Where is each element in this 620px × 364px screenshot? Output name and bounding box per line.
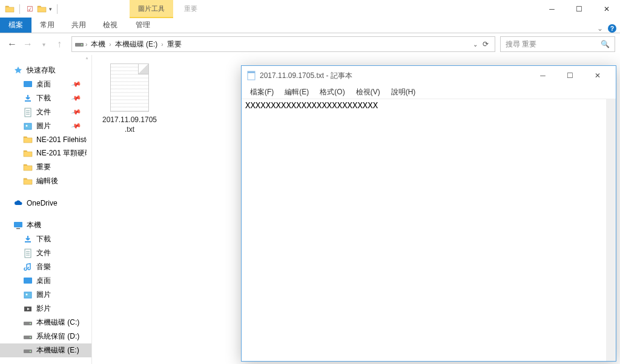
notepad-titlebar[interactable]: 2017.11.09.1705.txt - 記事本 ─ ☐ ✕	[242, 66, 616, 85]
ribbon-expand-icon[interactable]: ⌄	[597, 24, 603, 33]
maximize-button[interactable]: ☐	[566, 0, 593, 18]
notepad-menu-edit[interactable]: 編輯(E)	[280, 86, 314, 99]
sidebar-item-music[interactable]: 音樂	[0, 260, 91, 274]
video-icon	[23, 304, 33, 314]
file-name-line1: 2017.11.09.1705	[102, 115, 157, 124]
breadcrumb-dropdown-icon[interactable]: ⌄	[473, 41, 478, 48]
tab-share[interactable]: 共用	[63, 18, 94, 33]
sidebar-item-documents[interactable]: 文件	[0, 246, 91, 260]
properties-icon[interactable]: ☑	[25, 4, 35, 14]
notepad-icon	[246, 71, 256, 80]
music-icon	[23, 262, 33, 272]
ribbon-tabs: 檔案 常用 共用 檢視 管理 ⌄ ?	[0, 18, 620, 33]
close-button[interactable]: ✕	[593, 0, 620, 18]
sidebar-item-pictures[interactable]: 圖片📌	[0, 119, 91, 133]
notepad-window[interactable]: 2017.11.09.1705.txt - 記事本 ─ ☐ ✕ 檔案(F) 編輯…	[241, 65, 616, 362]
search-icon: 🔍	[601, 40, 610, 48]
sidebar-item-folder[interactable]: 編輯後	[0, 174, 91, 188]
breadcrumb[interactable]: › 本機 › 本機磁碟 (E:) › 重要 ⌄ ⟳	[71, 36, 495, 52]
sidebar-item-folder[interactable]: NE-201 單顆硬碟	[0, 146, 91, 160]
drive-icon	[23, 332, 33, 342]
contextual-tab-header-2: 重要	[176, 0, 206, 18]
folder-icon[interactable]	[37, 4, 47, 14]
tab-manage[interactable]: 管理	[127, 18, 159, 33]
refresh-icon[interactable]: ⟳	[483, 40, 489, 48]
help-icon[interactable]: ?	[608, 24, 616, 33]
download-icon	[23, 94, 33, 103]
search-input[interactable]: 搜尋 重要 🔍	[500, 36, 615, 52]
navigation-sidebar[interactable]: ˄ 快速存取 桌面📌 下載📌 文件📌 圖片📌 NE-201 Filehistor…	[0, 55, 92, 364]
notepad-menubar: 檔案(F) 編輯(E) 格式(O) 檢視(V) 說明(H)	[242, 85, 616, 99]
folder-icon	[23, 135, 33, 145]
scroll-up-icon[interactable]: ˄	[82, 55, 91, 65]
notepad-menu-format[interactable]: 格式(O)	[315, 86, 349, 99]
drive-icon	[74, 39, 84, 49]
notepad-minimize-button[interactable]: ─	[529, 67, 556, 84]
chevron-right-icon[interactable]: ›	[85, 41, 87, 48]
text-file-icon	[110, 63, 149, 112]
sidebar-item-videos[interactable]: 影片	[0, 302, 91, 316]
tab-file[interactable]: 檔案	[0, 18, 31, 33]
sidebar-group-onedrive[interactable]: OneDrive	[0, 197, 91, 210]
nav-recent-dropdown[interactable]: ▾	[36, 37, 51, 51]
notepad-title-text: 2017.11.09.1705.txt - 記事本	[260, 71, 352, 81]
nav-up-button[interactable]: ↑	[52, 37, 67, 51]
folder-icon	[23, 177, 33, 186]
contextual-tab-header: 圖片工具	[130, 0, 173, 18]
chevron-right-icon[interactable]: ›	[161, 41, 163, 48]
drive-icon	[23, 318, 33, 328]
sidebar-item-desktop[interactable]: 桌面	[0, 274, 91, 288]
doc-icon	[23, 108, 33, 117]
folder-icon	[23, 163, 33, 172]
pin-icon: 📌	[71, 106, 82, 117]
file-item[interactable]: 2017.11.09.1705 .txt	[101, 63, 159, 134]
chevron-right-icon[interactable]: ›	[109, 41, 111, 48]
search-placeholder: 搜尋 重要	[506, 39, 536, 50]
navigation-bar: ← → ▾ ↑ › 本機 › 本機磁碟 (E:) › 重要 ⌄ ⟳ 搜尋 重要 …	[0, 33, 620, 55]
folder-icon	[5, 4, 15, 14]
sidebar-group-thispc[interactable]: 本機	[0, 218, 91, 232]
breadcrumb-item[interactable]: 本機磁碟 (E:)	[113, 39, 160, 50]
sidebar-item-desktop[interactable]: 桌面📌	[0, 77, 91, 91]
notepad-menu-help[interactable]: 說明(H)	[386, 86, 421, 99]
desktop-icon	[23, 276, 33, 286]
notepad-text-area[interactable]: XXXXXXXXXXXXXXXXXXXXXXXXXX	[242, 99, 616, 361]
sidebar-item-drive-e[interactable]: 本機磁碟 (E:)	[0, 343, 91, 357]
desktop-icon	[23, 80, 33, 89]
sidebar-item-downloads[interactable]: 下載📌	[0, 91, 91, 105]
doc-icon	[23, 249, 33, 258]
nav-back-button[interactable]: ←	[5, 37, 19, 51]
nav-forward-button[interactable]: →	[21, 37, 35, 51]
folder-icon	[23, 149, 33, 158]
pic-icon	[23, 290, 33, 300]
notepad-menu-file[interactable]: 檔案(F)	[245, 86, 279, 99]
sidebar-group-quickaccess[interactable]: 快速存取	[0, 63, 91, 77]
notepad-close-button[interactable]: ✕	[584, 67, 611, 84]
tab-home[interactable]: 常用	[31, 18, 63, 33]
window-titlebar: ☑ ▾ 圖片工具 重要 ─ ☐ ✕	[0, 0, 620, 18]
qat-dropdown-icon[interactable]: ▾	[49, 6, 52, 12]
pin-icon: 📌	[71, 79, 82, 89]
sidebar-item-documents[interactable]: 文件📌	[0, 105, 91, 119]
breadcrumb-item[interactable]: 重要	[165, 39, 184, 50]
pic-icon	[23, 122, 33, 131]
sidebar-item-pictures[interactable]: 圖片	[0, 288, 91, 302]
sidebar-item-drive-c[interactable]: 本機磁碟 (C:)	[0, 316, 91, 330]
minimize-button[interactable]: ─	[538, 0, 566, 18]
sidebar-item-downloads[interactable]: 下載	[0, 232, 91, 246]
pin-icon: 📌	[71, 93, 82, 103]
star-icon	[13, 66, 23, 76]
sidebar-item-folder[interactable]: 重要	[0, 160, 91, 174]
monitor-icon	[13, 221, 23, 230]
cloud-icon	[13, 198, 23, 208]
breadcrumb-item[interactable]: 本機	[88, 39, 108, 50]
notepad-maximize-button[interactable]: ☐	[556, 67, 584, 84]
notepad-menu-view[interactable]: 檢視(V)	[351, 86, 385, 99]
pin-icon: 📌	[71, 120, 82, 131]
drive-icon	[23, 346, 33, 356]
sidebar-item-folder[interactable]: NE-201 Filehistory	[0, 133, 91, 146]
sidebar-item-drive-d[interactable]: 系統保留 (D:)	[0, 330, 91, 343]
download-icon	[23, 235, 33, 244]
tab-view[interactable]: 檢視	[94, 18, 126, 33]
file-name-line2: .txt	[125, 125, 134, 134]
